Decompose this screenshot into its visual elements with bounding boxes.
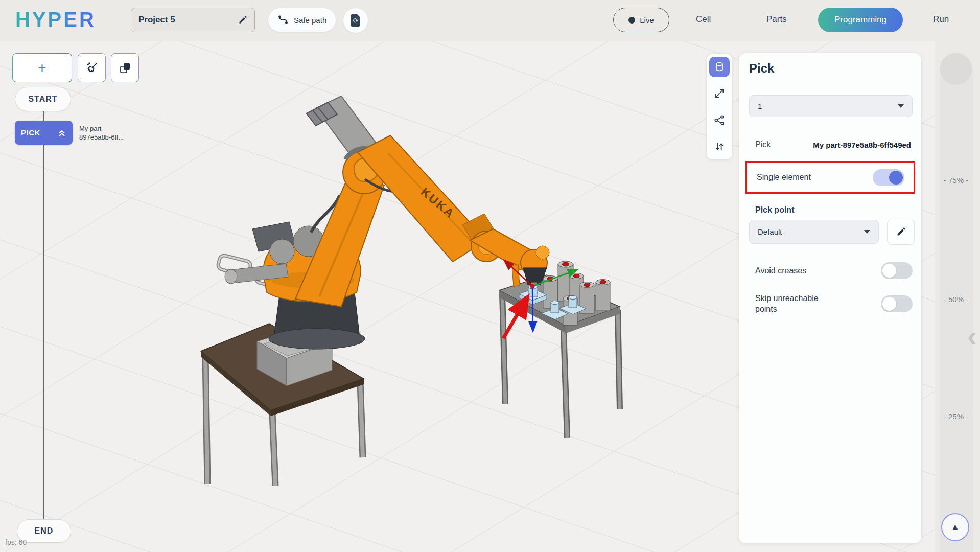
avoid-creases-label: Avoid creases (755, 266, 806, 275)
pick-node-part-label: My part- 897e5a8b-6ff... (79, 125, 141, 142)
fit-view-button[interactable] (709, 83, 730, 104)
chevron-down-icon (898, 104, 904, 108)
project-name: Project 5 (138, 15, 175, 25)
program-connector-line (43, 111, 44, 520)
toggle-knob (889, 171, 903, 185)
panel-title: Pick (749, 61, 774, 76)
project-name-box[interactable]: Project 5 (131, 8, 255, 32)
nav-programming[interactable]: Programming (818, 8, 903, 32)
zoom-slider-handle[interactable] (940, 53, 972, 85)
edit-project-icon[interactable] (238, 15, 247, 25)
broom-icon (85, 61, 99, 75)
pick-point-value: Default (758, 227, 782, 236)
file-sync-icon: ⟳ (349, 14, 362, 27)
nav-run[interactable]: Run (933, 14, 949, 25)
zoom-mark-75: - 75% - (933, 176, 979, 185)
pick-node-label: PICK (21, 128, 40, 137)
toggle-knob (882, 297, 896, 311)
safe-path-button[interactable]: Safe path (268, 8, 336, 32)
live-toggle[interactable]: Live (613, 8, 669, 32)
avoid-creases-row: Avoid creases (755, 262, 913, 279)
zoom-mark-25: - 25% - (933, 412, 979, 421)
svg-text:⟳: ⟳ (353, 17, 359, 25)
chevron-down-icon (864, 230, 870, 234)
pick-target-value: My part-897e5a8b-6ff549ed (813, 141, 911, 149)
zoom-mark-50: - 50% - (933, 295, 979, 304)
copy-button[interactable] (111, 53, 139, 82)
triangle-up-icon: ▲ (951, 522, 960, 533)
skip-unreachable-row: Skip unreachable points (755, 293, 913, 315)
edit-pick-point-button[interactable] (887, 219, 915, 245)
fps-counter: fps: 60 (5, 538, 27, 546)
scroll-to-top-button[interactable]: ▲ (941, 513, 969, 541)
toggle-knob (882, 264, 896, 278)
pick-index-value: 1 (758, 102, 762, 110)
pick-node[interactable]: PICK (15, 121, 73, 145)
panel-collapse-chevron-icon[interactable]: ‹ (967, 322, 977, 351)
database-icon (714, 61, 725, 73)
add-node-button[interactable]: + (12, 53, 72, 82)
sync-file-button[interactable]: ⟳ (343, 8, 368, 33)
plus-icon: + (38, 60, 46, 76)
gripper-bracket (512, 264, 520, 287)
start-node[interactable]: START (15, 87, 71, 111)
nav-parts[interactable]: Parts (766, 14, 787, 25)
single-element-label: Single element (757, 173, 811, 182)
parts-database-button[interactable] (709, 57, 730, 77)
nav-cell[interactable]: Cell (696, 14, 711, 25)
expand-icon (714, 88, 725, 99)
sort-order-button[interactable] (709, 136, 730, 157)
pencil-icon (896, 227, 906, 237)
pick-index-select[interactable]: 1 (749, 95, 913, 117)
skip-unreachable-toggle[interactable] (881, 295, 913, 312)
skip-unreachable-label: Skip unreachable points (755, 293, 837, 315)
pick-properties-panel: Pick 1 Pick My part-897e5a8b-6ff549ed Si… (739, 53, 921, 543)
avoid-creases-toggle[interactable] (881, 262, 913, 279)
double-chevron-up-icon[interactable] (57, 128, 66, 137)
pick-target-label: Pick (755, 140, 771, 149)
pick-point-label: Pick point (755, 205, 794, 215)
share-icon (714, 114, 725, 126)
pick-point-select[interactable]: Default (749, 220, 879, 244)
sort-arrows-icon (714, 141, 725, 152)
pick-target-row: Pick My part-897e5a8b-6ff549ed (755, 140, 911, 149)
app-logo: HYPER (15, 8, 96, 31)
clear-button[interactable] (78, 53, 106, 82)
view-toolbar (707, 54, 732, 159)
live-label: Live (640, 16, 654, 25)
copy-icon (119, 61, 132, 75)
path-icon (277, 14, 289, 26)
safe-path-label: Safe path (294, 16, 326, 25)
app-root: KUKA HYPER Project 5 Safe path (0, 0, 980, 552)
single-element-toggle[interactable] (873, 169, 904, 186)
live-dot-icon (628, 17, 635, 24)
share-nodes-button[interactable] (709, 110, 730, 130)
single-element-highlight: Single element (745, 161, 915, 194)
